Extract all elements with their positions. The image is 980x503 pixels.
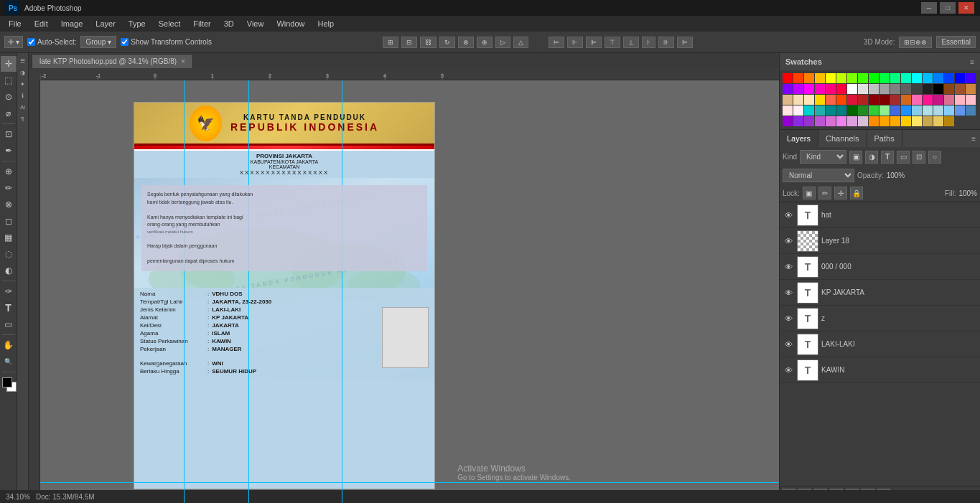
shape-tool[interactable]: ▭ bbox=[1, 316, 17, 332]
menu-select[interactable]: Select bbox=[153, 18, 187, 29]
lock-image-button[interactable]: ✏ bbox=[818, 187, 831, 199]
layer-item-layer18[interactable]: 👁 Layer 18 bbox=[780, 228, 980, 254]
minimize-button[interactable]: ─ bbox=[921, 2, 937, 14]
zoom-tool[interactable]: 🔍 bbox=[1, 354, 17, 370]
swatch-21[interactable] bbox=[815, 84, 825, 94]
panel-icon-1[interactable]: ☰ bbox=[18, 56, 28, 66]
swatch-81[interactable] bbox=[879, 116, 890, 126]
swatch-5[interactable] bbox=[836, 73, 846, 83]
swatch-14[interactable] bbox=[933, 73, 943, 83]
panel-icon-ai[interactable]: Ai bbox=[18, 102, 28, 112]
swatch-46[interactable] bbox=[890, 95, 900, 105]
swatch-65[interactable] bbox=[901, 105, 911, 116]
filter-text-icon[interactable]: T bbox=[881, 151, 894, 164]
menu-layer[interactable]: Layer bbox=[90, 18, 121, 29]
swatch-78[interactable] bbox=[847, 116, 857, 126]
blend-mode-dropdown[interactable]: Normal Dissolve Multiply Screen Overlay bbox=[783, 169, 854, 182]
swatch-20[interactable] bbox=[804, 84, 814, 94]
swatch-82[interactable] bbox=[890, 116, 900, 126]
swatch-7[interactable] bbox=[858, 73, 868, 83]
lasso-tool[interactable]: ⊙ bbox=[1, 89, 17, 105]
layer-item-z[interactable]: 👁 T z bbox=[780, 306, 980, 332]
layer-item-kawin[interactable]: 👁 T KAWIN bbox=[780, 357, 980, 383]
menu-image[interactable]: Image bbox=[55, 18, 89, 29]
transform-align-r[interactable]: ⊫ bbox=[586, 37, 602, 48]
swatch-40[interactable] bbox=[826, 95, 836, 105]
tab-layers[interactable]: Layers bbox=[780, 130, 818, 147]
swatch-31[interactable] bbox=[923, 84, 933, 94]
swatch-79[interactable] bbox=[858, 116, 868, 126]
blur-tool[interactable]: ◌ bbox=[1, 246, 17, 262]
swatch-37[interactable] bbox=[793, 95, 803, 105]
transform-align-l[interactable]: ⊨ bbox=[549, 37, 564, 48]
layer-item-hat[interactable]: 👁 T hat bbox=[780, 202, 980, 228]
menu-file[interactable]: File bbox=[3, 18, 27, 29]
swatches-menu-button[interactable]: ≡ bbox=[970, 58, 974, 66]
swatch-57[interactable] bbox=[815, 105, 825, 116]
filter-toggle[interactable]: ○ bbox=[928, 151, 941, 164]
layer-eye-kpjakarta[interactable]: 👁 bbox=[783, 287, 794, 298]
swatch-56[interactable] bbox=[804, 105, 814, 116]
swatch-66[interactable] bbox=[912, 105, 922, 116]
transform-h[interactable]: ⊟ bbox=[401, 37, 417, 48]
swatch-33[interactable] bbox=[944, 84, 954, 94]
transform-dist-h[interactable]: ⊪ bbox=[658, 37, 674, 48]
transform-align-b[interactable]: ⊦ bbox=[642, 37, 655, 48]
swatch-18[interactable] bbox=[783, 84, 793, 94]
dodge-tool[interactable]: ◐ bbox=[1, 263, 17, 278]
clone-tool[interactable]: ⊗ bbox=[1, 197, 17, 212]
swatch-13[interactable] bbox=[923, 73, 933, 83]
swatch-70[interactable] bbox=[955, 105, 965, 116]
swatch-28[interactable] bbox=[890, 84, 900, 94]
swatch-54[interactable] bbox=[783, 105, 793, 116]
heal-tool[interactable]: ⊕ bbox=[1, 164, 17, 179]
swatch-76[interactable] bbox=[826, 116, 836, 126]
show-transform-checkbox[interactable] bbox=[121, 38, 129, 46]
swatch-55[interactable] bbox=[793, 105, 803, 116]
menu-type[interactable]: Type bbox=[123, 18, 151, 29]
swatch-24[interactable] bbox=[847, 84, 857, 94]
swatch-74[interactable] bbox=[804, 116, 814, 126]
swatch-63[interactable] bbox=[879, 105, 890, 116]
swatch-10[interactable] bbox=[890, 73, 900, 83]
gradient-tool[interactable]: ▦ bbox=[1, 230, 17, 245]
transform-w[interactable]: ⊞ bbox=[383, 37, 398, 48]
menu-window[interactable]: Window bbox=[271, 18, 310, 29]
transform-skew-h[interactable]: ▷ bbox=[495, 37, 510, 48]
layer-eye-000[interactable]: 👁 bbox=[783, 261, 794, 273]
layer-kind-dropdown[interactable]: Kind Name Effect Mode Attribute Color Sm… bbox=[800, 150, 846, 164]
swatch-16[interactable] bbox=[955, 73, 965, 83]
swatch-15[interactable] bbox=[944, 73, 954, 83]
select-tool[interactable]: ⬚ bbox=[1, 72, 17, 88]
swatch-19[interactable] bbox=[793, 84, 803, 94]
swatch-32[interactable] bbox=[933, 84, 943, 94]
menu-edit[interactable]: Edit bbox=[29, 18, 54, 29]
swatch-25[interactable] bbox=[858, 84, 868, 94]
3d-mode-options[interactable]: ⊞⊟⊕⊗ bbox=[899, 37, 932, 48]
swatch-52[interactable] bbox=[955, 95, 965, 105]
swatch-61[interactable] bbox=[858, 105, 868, 116]
swatch-3[interactable] bbox=[815, 73, 825, 83]
layer-eye-z[interactable]: 👁 bbox=[783, 313, 794, 324]
swatch-51[interactable] bbox=[944, 95, 954, 105]
tab-channels[interactable]: Channels bbox=[818, 130, 867, 147]
lock-transparent-button[interactable]: ▣ bbox=[803, 187, 816, 199]
lock-all-button[interactable]: 🔒 bbox=[850, 187, 863, 199]
swatch-68[interactable] bbox=[933, 105, 943, 116]
transform-dist-v[interactable]: ⊫ bbox=[677, 37, 693, 48]
filter-shape-icon[interactable]: ▭ bbox=[897, 151, 910, 164]
menu-filter[interactable]: Filter bbox=[187, 18, 216, 29]
group-dropdown[interactable]: Group ▾ bbox=[80, 36, 116, 48]
swatch-22[interactable] bbox=[826, 84, 836, 94]
swatch-29[interactable] bbox=[901, 84, 911, 94]
swatch-86[interactable] bbox=[933, 116, 943, 126]
swatch-48[interactable] bbox=[912, 95, 922, 105]
transform-rotate[interactable]: ↻ bbox=[439, 37, 455, 48]
layers-menu-button[interactable]: ≡ bbox=[971, 135, 980, 143]
tab-paths[interactable]: Paths bbox=[867, 130, 902, 147]
crop-tool[interactable]: ⊡ bbox=[1, 126, 17, 142]
swatch-4[interactable] bbox=[826, 73, 836, 83]
swatch-72[interactable] bbox=[783, 116, 793, 126]
swatch-27[interactable] bbox=[879, 84, 890, 94]
swatch-50[interactable] bbox=[933, 95, 943, 105]
